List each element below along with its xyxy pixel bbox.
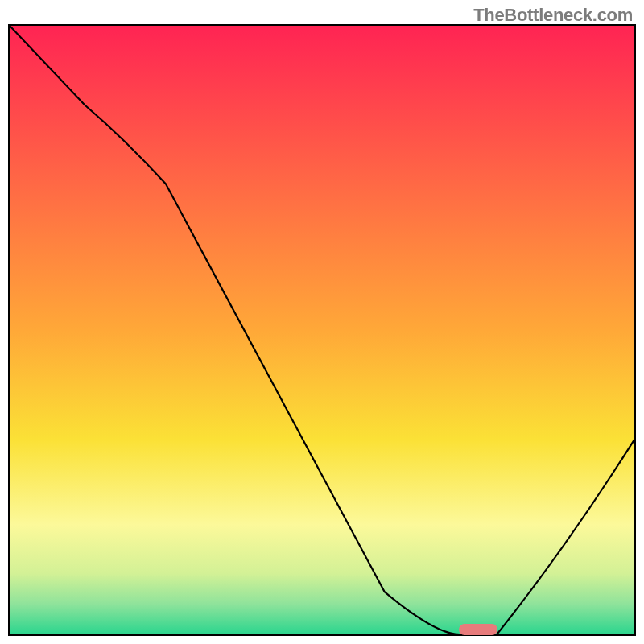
bottleneck-curve <box>10 26 634 634</box>
minimum-highlight-marker <box>459 624 497 635</box>
watermark-text: TheBottleneck.com <box>473 5 633 26</box>
chart-frame <box>8 24 636 636</box>
